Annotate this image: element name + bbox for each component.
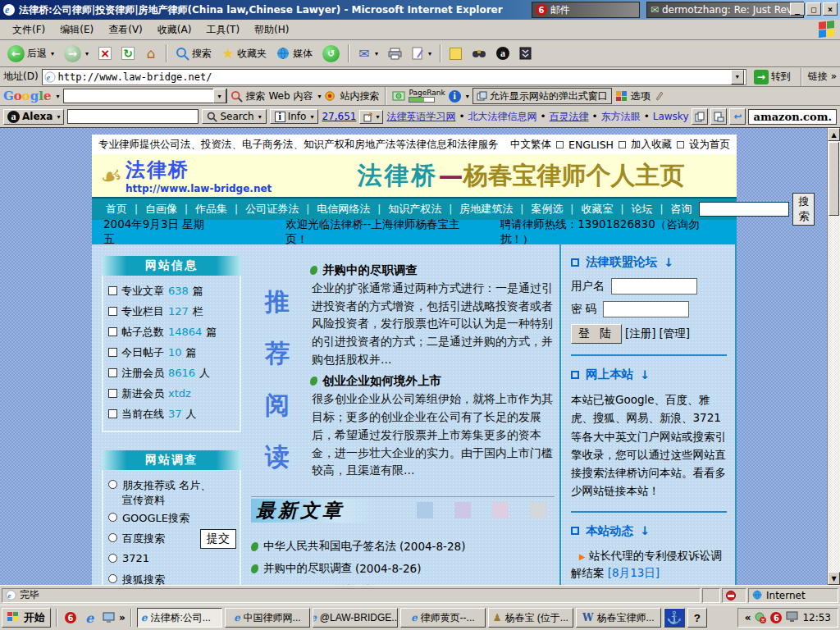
home-button[interactable]: ⌂ [140, 42, 162, 66]
search-button[interactable]: 搜索 [171, 42, 216, 66]
alexa-button[interactable]: a [492, 42, 514, 66]
minimize-button[interactable]: _ [790, 2, 805, 16]
latest-article[interactable]: 中华人民共和国电子签名法(2004-8-28) [251, 536, 555, 558]
news-item[interactable]: ▶站长代理的专利侵权诉讼调解结案 [8月13日] [571, 547, 727, 582]
discuss-button[interactable] [445, 42, 466, 66]
nav-works[interactable]: 作品集 [189, 202, 233, 217]
alexa-rank-link[interactable]: 27,651 [322, 111, 356, 122]
quicklaunch-chevron[interactable]: » [119, 612, 126, 623]
menu-edit[interactable]: 编辑(E) [52, 21, 101, 39]
mail-button[interactable]: ✉▾ [354, 42, 382, 66]
alexa-logo-button[interactable]: a Alexa▾ [3, 109, 64, 125]
favorites-button[interactable]: ★ 收藏夹 [217, 42, 271, 66]
back-button[interactable]: ← 后退▾ [3, 42, 58, 66]
nav-cases[interactable]: 案例选 [525, 202, 568, 217]
alexa-link-4[interactable]: 东方法眼 [601, 110, 641, 124]
link-add-favorite[interactable]: 加入收藏 [631, 138, 672, 152]
radio-icon[interactable] [108, 480, 117, 489]
google-search-input[interactable]: ▾ [63, 89, 227, 103]
alexa-link-2[interactable]: 北大法律信息网 [468, 110, 537, 124]
username-input[interactable] [611, 278, 697, 294]
nav-collection[interactable]: 收藏室 [575, 202, 619, 217]
alexa-search-button[interactable]: Search▾ [202, 109, 266, 124]
site-logo[interactable]: ☙ 法律桥 http://www.law-bridge.net [100, 157, 313, 194]
site-news-header[interactable]: 本站动态 ↓ [571, 523, 727, 539]
alexa-back-button[interactable]: ↩ [729, 108, 746, 125]
scroll-up-button[interactable]: ▲ [828, 128, 840, 141]
scrollbar-track[interactable] [828, 141, 840, 572]
clock[interactable]: 12:53 [802, 612, 831, 623]
task-button-6[interactable]: W杨春宝律师... [576, 608, 661, 628]
scrollbar-thumb[interactable] [829, 142, 839, 216]
refresh-button[interactable]: ↻ [117, 42, 139, 66]
research-button[interactable] [468, 42, 491, 66]
tray-chevron[interactable]: « [745, 612, 751, 623]
history-button[interactable]: ↺ [318, 42, 344, 66]
nav-search-input[interactable] [699, 202, 789, 217]
maximize-button[interactable]: □ [806, 2, 821, 16]
anchor-button[interactable]: ⚓ [664, 608, 685, 628]
link-traditional-chinese[interactable]: 中文繁体 [510, 138, 551, 152]
manage-link[interactable]: [管理] [659, 326, 690, 341]
google-site-search[interactable]: 站内搜索 [340, 89, 379, 103]
nav-telecom-law[interactable]: 电信网络法 [311, 202, 376, 217]
task-button-4[interactable]: e律师黄页--... [400, 608, 486, 628]
survey-option[interactable]: 3721 [108, 549, 238, 569]
media-button[interactable]: 媒体 [272, 42, 317, 66]
nav-realestate-law[interactable]: 房地建筑法 [454, 202, 518, 217]
nav-consult[interactable]: 咨询 [664, 202, 697, 217]
menu-favorites[interactable]: 收藏(A) [150, 21, 199, 39]
survey-option[interactable]: GOOGLE搜索 [108, 508, 238, 528]
forward-button[interactable]: →▾ [60, 42, 93, 66]
login-button[interactable]: 登 陆 [571, 324, 622, 344]
alexa-search-input[interactable] [67, 109, 199, 124]
tray-display-icon[interactable] [786, 611, 798, 624]
close-button[interactable]: × [823, 2, 838, 16]
amazon-logo[interactable]: amazon.com. [748, 109, 837, 125]
survey-option[interactable]: 朋友推荐或 名片、宣传资料 [108, 475, 238, 508]
alexa-link-1[interactable]: 法律英语学习网 [386, 110, 455, 124]
address-input[interactable] [58, 71, 731, 83]
help-tray-button[interactable]: ? [687, 608, 707, 628]
edit-button[interactable]: ▾ [408, 42, 436, 66]
survey-submit-button[interactable]: 提交 [200, 529, 236, 549]
quicklaunch-ie-icon[interactable]: e [81, 609, 98, 626]
info-icon[interactable]: i [449, 90, 461, 103]
recommended-article-title[interactable]: 并购中的尽职调查 [310, 262, 555, 278]
nav-search-button[interactable]: 搜索 [792, 193, 815, 226]
task-button-5[interactable]: ♟杨春宝 (位于... [488, 608, 573, 628]
task-button-3[interactable]: e@LAW-BRIDGE... [313, 608, 398, 628]
address-dropdown[interactable]: ▾ [731, 70, 744, 84]
quicklaunch-foxmail-icon[interactable]: 6 [62, 609, 79, 626]
nav-forum[interactable]: 论坛 [625, 202, 658, 217]
pagerank-widget[interactable]: PageRank [409, 89, 445, 103]
radio-icon[interactable] [108, 533, 117, 542]
password-input[interactable] [603, 301, 689, 317]
messenger-button[interactable] [515, 42, 536, 66]
tray-foxmail-icon[interactable]: 6 [770, 612, 782, 624]
menu-file[interactable]: 文件(F) [5, 21, 52, 39]
nav-ip-law[interactable]: 知识产权法 [382, 202, 447, 217]
vertical-scrollbar[interactable]: ▲ ▼ [827, 128, 840, 585]
alexa-link-3[interactable]: 百灵法律 [550, 110, 589, 124]
menu-view[interactable]: 查看(V) [101, 21, 150, 39]
nav-home[interactable]: 首页 [100, 202, 133, 217]
links-label[interactable]: 链接 » [808, 70, 837, 84]
task-button-1[interactable]: e法律桥:公司... [137, 608, 222, 628]
mini-window-mail[interactable]: 6 邮件 [532, 2, 640, 18]
radio-icon[interactable] [108, 554, 117, 563]
alexa-copy-button[interactable] [692, 108, 708, 125]
quicklaunch-desktop-icon[interactable] [100, 609, 116, 626]
popup-allow-button[interactable]: 允许显示网站的弹出式窗口 [472, 88, 612, 104]
online-site-header[interactable]: 网上本站 ↓ [571, 367, 727, 382]
go-button[interactable]: → 转到 [750, 68, 795, 86]
register-link[interactable]: [注册] [625, 326, 656, 341]
google-search-dropdown[interactable]: ▾ [213, 89, 226, 103]
stop-button[interactable]: × [94, 42, 116, 66]
task-button-2[interactable]: e中国律师网... [225, 608, 310, 628]
nav-portrait[interactable]: 自画像 [139, 202, 183, 217]
survey-option[interactable]: 搜狐搜索 [108, 569, 238, 585]
tray-network-offline-icon[interactable] [755, 612, 766, 623]
google-logo[interactable]: Google [3, 89, 52, 103]
link-english[interactable]: ENGLISH [568, 139, 614, 151]
